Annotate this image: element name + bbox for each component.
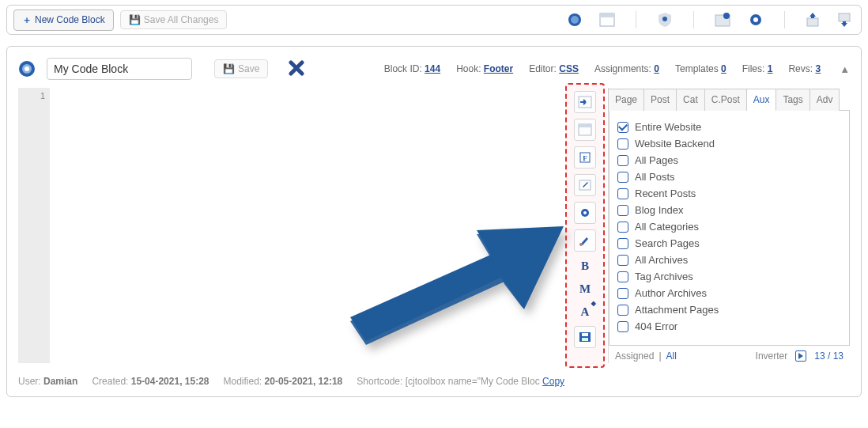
aux-item-label: All Pages (635, 154, 678, 166)
hook-label: Hook: (456, 63, 481, 74)
aux-item[interactable]: All Posts (617, 169, 841, 185)
aux-item[interactable]: All Archives (617, 252, 841, 268)
delete-icon[interactable] (289, 60, 304, 78)
box-gear-icon[interactable] (715, 13, 730, 27)
sort-down-icon[interactable] (837, 12, 851, 28)
modified-label: Modified: (224, 376, 262, 387)
tab-page[interactable]: Page (608, 89, 644, 111)
separator (784, 11, 785, 28)
checkbox-icon[interactable] (617, 188, 628, 199)
copy-link[interactable]: Copy (542, 376, 564, 387)
tool-save-icon[interactable] (574, 326, 596, 348)
hook-value[interactable]: Footer (484, 63, 513, 74)
aux-item[interactable]: Tag Archives (617, 268, 841, 285)
tool-font-icon[interactable]: F (574, 146, 596, 169)
assignment-panel: PagePostCatC.PostAuxTagsAdv Entire Websi… (608, 88, 850, 363)
block-id-value[interactable]: 144 (425, 63, 440, 74)
tool-bold-icon[interactable]: B (574, 257, 596, 275)
checkbox-icon[interactable] (617, 321, 628, 332)
new-code-block-label: New Code Block (35, 14, 105, 25)
tool-gear-icon[interactable] (574, 202, 596, 224)
assignment-footer: Assigned | All Inverter 13 / 13 (609, 346, 850, 363)
aux-item[interactable]: Website Backend (617, 135, 841, 152)
svg-text:F: F (583, 154, 587, 162)
tab-cpost[interactable]: C.Post (705, 89, 747, 111)
tool-edit-icon[interactable] (574, 174, 596, 196)
aux-item[interactable]: Author Archives (617, 285, 841, 301)
aux-item[interactable]: All Categories (617, 218, 841, 235)
aux-item[interactable]: 404 Error (617, 318, 841, 335)
globe-icon[interactable] (568, 13, 582, 27)
shield-gear-icon[interactable] (657, 12, 673, 28)
aux-item[interactable]: Attachment Pages (617, 301, 841, 318)
revs-value[interactable]: 3 (815, 63, 821, 74)
collapse-icon[interactable]: ▲ (840, 63, 850, 75)
separator (693, 11, 694, 28)
save-icon: 💾 (223, 63, 235, 74)
checkbox-icon[interactable] (617, 271, 628, 282)
assigned-label[interactable]: Assigned (615, 350, 654, 362)
tab-post[interactable]: Post (644, 89, 677, 111)
checkbox-icon[interactable] (617, 122, 628, 133)
svg-rect-28 (582, 333, 588, 336)
inverter-toggle[interactable] (795, 350, 806, 362)
block-name-input[interactable] (47, 58, 192, 80)
svg-rect-10 (839, 13, 850, 21)
assignment-count: 13 / 13 (814, 350, 843, 362)
checkbox-icon[interactable] (617, 205, 628, 216)
tab-adv[interactable]: Adv (810, 89, 840, 111)
svg-point-26 (579, 243, 583, 246)
code-editor[interactable] (50, 88, 567, 363)
tab-aux[interactable]: Aux (747, 89, 777, 111)
aux-item[interactable]: Search Pages (617, 235, 841, 252)
aux-item-label: All Archives (635, 254, 688, 266)
all-link[interactable]: All (666, 350, 677, 362)
aux-item-label: 404 Error (635, 320, 677, 332)
user-value: Damian (43, 376, 77, 387)
checkbox-icon[interactable] (617, 238, 628, 249)
line-number: 1 (18, 91, 45, 100)
gear-icon[interactable] (748, 12, 764, 28)
aux-item-label: Blog Index (635, 204, 683, 216)
checkbox-icon[interactable] (617, 305, 628, 316)
aux-item-label: Website Backend (635, 138, 715, 150)
block-logo-icon (18, 60, 36, 78)
aux-item-label: All Categories (635, 221, 699, 233)
card-header: 💾 Save Block ID: 144 Hook: Footer Editor… (7, 47, 861, 88)
assignments-value[interactable]: 0 (654, 63, 659, 74)
code-block-card: 💾 Save Block ID: 144 Hook: Footer Editor… (6, 46, 862, 397)
tool-brush-icon[interactable] (574, 229, 596, 252)
aux-item-label: Recent Posts (635, 187, 696, 199)
files-value[interactable]: 1 (768, 63, 773, 74)
tool-a-icon[interactable]: A◆ (574, 303, 596, 320)
svg-point-1 (571, 16, 579, 24)
new-code-block-button[interactable]: ＋ New Code Block (13, 9, 114, 31)
plus-icon: ＋ (22, 13, 32, 27)
tab-cat[interactable]: Cat (677, 89, 705, 111)
aux-item[interactable]: Recent Posts (617, 185, 841, 202)
aux-item[interactable]: Blog Index (617, 202, 841, 218)
editor-value[interactable]: CSS (559, 63, 579, 74)
layout-icon[interactable] (599, 13, 615, 27)
checkbox-icon[interactable] (617, 222, 628, 233)
vertical-toolstrip: F B M A◆ (567, 88, 603, 363)
shortcode-value: [cjtoolbox name="My Code Bloc (406, 376, 540, 387)
tool-insert-icon[interactable] (574, 91, 596, 113)
block-id-label: Block ID: (384, 63, 422, 74)
save-button[interactable]: 💾 Save (214, 59, 268, 78)
checkbox-icon[interactable] (617, 138, 628, 150)
aux-item[interactable]: All Pages (617, 152, 841, 169)
save-all-button[interactable]: 💾 Save All Changes (120, 10, 228, 29)
header-meta: Block ID: 144 Hook: Footer Editor: CSS A… (384, 63, 821, 74)
sort-up-icon[interactable] (806, 12, 820, 28)
checkbox-icon[interactable] (617, 288, 628, 299)
tab-tags[interactable]: Tags (776, 89, 810, 111)
tool-layout-icon[interactable] (574, 119, 596, 141)
tool-m-icon[interactable]: M (574, 280, 596, 297)
aux-item[interactable]: Entire Website (617, 119, 841, 135)
templates-value[interactable]: 0 (721, 63, 726, 74)
checkbox-icon[interactable] (617, 255, 628, 266)
checkbox-icon[interactable] (617, 172, 628, 183)
svg-point-13 (25, 66, 29, 71)
checkbox-icon[interactable] (617, 155, 628, 166)
